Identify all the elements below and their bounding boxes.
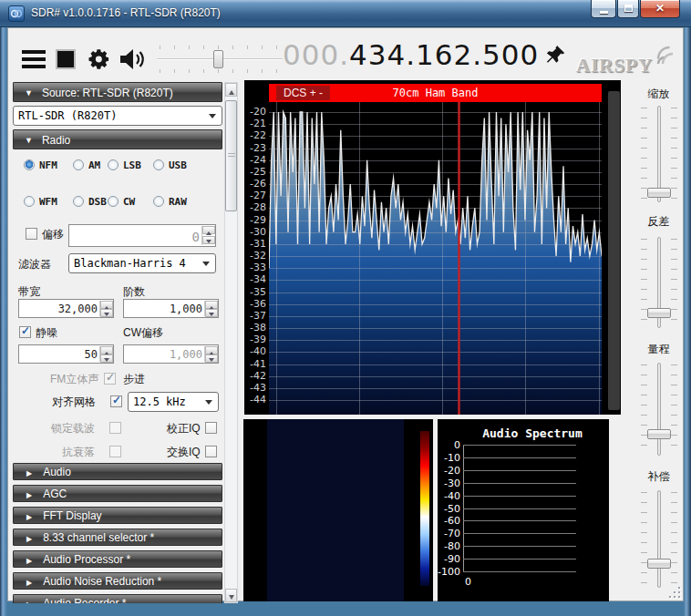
radio-section-header[interactable]: ▼Radio bbox=[13, 129, 222, 149]
mode-dsb[interactable]: DSB bbox=[73, 195, 107, 208]
step-size-dropdown[interactable]: 12.5 kHz bbox=[128, 392, 219, 412]
squelch-checkbox[interactable] bbox=[19, 326, 31, 338]
snap-grid-checkbox[interactable] bbox=[110, 395, 122, 407]
mode-lsb[interactable]: LSB bbox=[108, 159, 141, 171]
lock-carrier-checkbox[interactable] bbox=[109, 422, 121, 434]
section-audio[interactable]: ▶Audio bbox=[13, 463, 222, 480]
mode-am[interactable]: AM bbox=[73, 159, 100, 171]
slider-track[interactable] bbox=[657, 490, 661, 588]
mode-label: RAW bbox=[169, 196, 187, 208]
radio-button-icon[interactable] bbox=[153, 159, 164, 170]
cw-shift-value: 1,000 bbox=[170, 348, 202, 361]
range-slider-thumb[interactable] bbox=[647, 429, 671, 439]
offset-slider[interactable] bbox=[641, 490, 677, 588]
audio-gridline bbox=[463, 559, 576, 560]
fm-stereo-label: FM立体声 bbox=[50, 372, 98, 387]
maximize-icon bbox=[624, 5, 633, 12]
frequency-display[interactable]: 000.434.162.500 bbox=[283, 38, 539, 71]
order-input[interactable]: 1,000 bbox=[123, 299, 219, 318]
section-title: AGC bbox=[43, 488, 67, 500]
radio-button-icon[interactable] bbox=[108, 159, 119, 170]
anti-fading-checkbox[interactable] bbox=[109, 446, 121, 457]
scroll-up-icon[interactable] bbox=[225, 83, 237, 97]
contrast-slider[interactable] bbox=[641, 237, 677, 328]
radio-button-icon[interactable] bbox=[153, 196, 164, 207]
audio-db-label: -50 bbox=[438, 503, 460, 515]
radio-button-icon[interactable] bbox=[24, 196, 35, 207]
db-tick-label: -24 bbox=[244, 154, 266, 166]
mode-cw[interactable]: CW bbox=[108, 195, 135, 208]
mode-raw[interactable]: RAW bbox=[153, 195, 187, 208]
correct-iq-checkbox[interactable] bbox=[205, 422, 217, 434]
section-fft-display[interactable]: ▶FFT Display bbox=[13, 507, 222, 524]
radio-button-icon[interactable] bbox=[73, 196, 84, 207]
volume-thumb[interactable] bbox=[213, 50, 223, 68]
bandwidth-spinner[interactable] bbox=[99, 301, 112, 316]
title-bar[interactable]: SDR# v1.0.0.1716 - RTL-SDR (R820T) ✕ bbox=[0, 0, 691, 27]
collapse-triangle-icon: ▼ bbox=[25, 83, 33, 103]
radio-button-icon[interactable] bbox=[73, 159, 84, 170]
spectrum-zoom-strip[interactable] bbox=[608, 91, 620, 410]
menu-button[interactable] bbox=[22, 50, 46, 68]
close-button[interactable]: ✕ bbox=[640, 0, 680, 18]
mute-button[interactable] bbox=[119, 48, 148, 70]
source-device-value: RTL-SDR (R820T) bbox=[18, 109, 117, 122]
mode-nfm[interactable]: NFM bbox=[24, 159, 57, 171]
radio-button-icon[interactable] bbox=[24, 159, 35, 170]
contrast-slider-thumb[interactable] bbox=[647, 308, 671, 318]
bandwidth-input[interactable]: 32,000 bbox=[18, 299, 114, 318]
range-slider[interactable] bbox=[641, 363, 677, 456]
audio-gridline bbox=[463, 508, 576, 509]
section-audio-processor[interactable]: ▶Audio Processor * bbox=[13, 550, 222, 568]
mode-label: AM bbox=[88, 159, 100, 171]
panel-scrollbar[interactable] bbox=[224, 82, 238, 603]
step-label: 步进 bbox=[123, 372, 145, 387]
squelch-input[interactable]: 50 bbox=[18, 344, 114, 364]
audio-gridline bbox=[463, 496, 576, 497]
db-tick-label: -33 bbox=[244, 262, 266, 273]
settings-button[interactable] bbox=[88, 47, 111, 71]
volume-slider[interactable] bbox=[157, 46, 283, 73]
toolbar: 000.434.162.500 AIRSPY bbox=[7, 27, 684, 80]
chevron-down-icon bbox=[209, 114, 216, 122]
section-agc[interactable]: ▶AGC bbox=[13, 485, 222, 502]
squelch-spinner[interactable] bbox=[99, 346, 112, 362]
mode-wfm[interactable]: WFM bbox=[24, 195, 57, 208]
mode-usb[interactable]: USB bbox=[153, 159, 187, 171]
spectrum-display[interactable]: DCS + - 70cm Ham Band -20-21-22-23-24-25… bbox=[244, 80, 621, 415]
squelch-label: 静噪 bbox=[36, 325, 57, 341]
section-audio-recorder[interactable]: ▶Audio Recorder * bbox=[13, 594, 222, 603]
expand-triangle-icon: ▶ bbox=[26, 465, 32, 482]
mode-label: NFM bbox=[39, 159, 57, 171]
waterfall-display[interactable] bbox=[243, 419, 433, 601]
source-section-header[interactable]: ▼Source: RTL-SDR (R820T) bbox=[13, 82, 222, 102]
order-spinner[interactable] bbox=[204, 301, 217, 316]
fft-spectrum-canvas[interactable] bbox=[269, 102, 602, 415]
collapse-triangle-icon: ▼ bbox=[25, 130, 33, 150]
resize-grip[interactable] bbox=[667, 585, 680, 598]
scrollbar-thumb[interactable] bbox=[225, 100, 237, 211]
scroll-down-icon[interactable] bbox=[225, 589, 237, 602]
cw-shift-input[interactable]: 1,000 bbox=[123, 344, 219, 364]
section-audio-noise-reduction[interactable]: ▶Audio Noise Reduction * bbox=[13, 572, 222, 590]
maximize-button[interactable] bbox=[617, 0, 639, 18]
section-8-33-channel-selector[interactable]: ▶8.33 channel selector * bbox=[13, 529, 222, 546]
zoom-slider[interactable] bbox=[641, 106, 677, 202]
slider-track[interactable] bbox=[657, 363, 661, 456]
audio-db-label: -70 bbox=[438, 528, 460, 539]
minimize-button[interactable] bbox=[591, 0, 616, 18]
mode-label: LSB bbox=[123, 159, 141, 171]
cw-shift-spinner[interactable] bbox=[204, 346, 217, 362]
offset-spinner[interactable] bbox=[201, 226, 214, 245]
filter-dropdown[interactable]: Blackman-Harris 4 bbox=[68, 253, 216, 273]
stop-button[interactable] bbox=[57, 51, 74, 67]
offset-slider-thumb[interactable] bbox=[647, 559, 671, 569]
fm-stereo-checkbox[interactable] bbox=[104, 373, 116, 385]
zoom-slider-thumb[interactable] bbox=[647, 188, 671, 198]
offset-checkbox[interactable] bbox=[26, 228, 37, 240]
swap-iq-checkbox[interactable] bbox=[205, 446, 217, 457]
pin-button[interactable] bbox=[543, 44, 567, 67]
offset-input[interactable]: 0 bbox=[68, 224, 216, 247]
radio-button-icon[interactable] bbox=[108, 196, 119, 207]
source-device-dropdown[interactable]: RTL-SDR (R820T) bbox=[13, 106, 222, 126]
